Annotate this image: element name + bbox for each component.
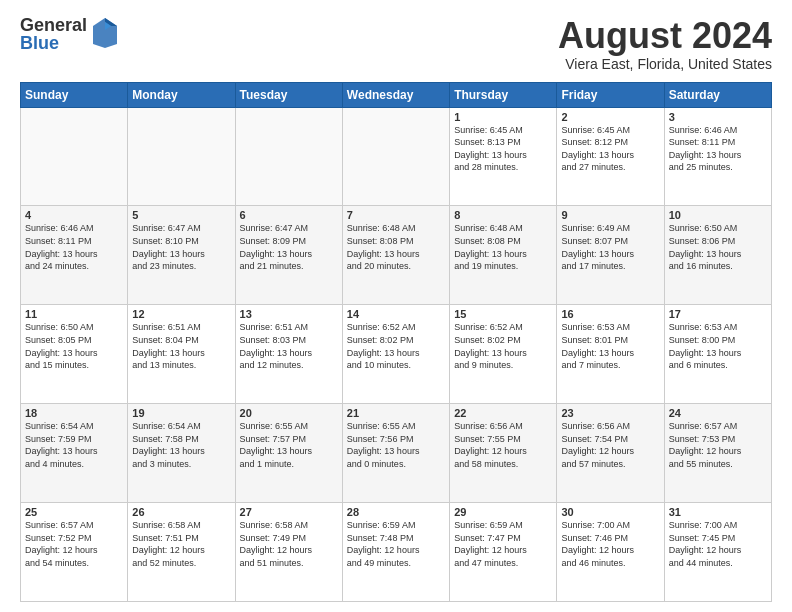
day-info: Sunrise: 6:51 AM Sunset: 8:04 PM Dayligh… [132,321,230,371]
day-number: 30 [561,506,659,518]
day-number: 28 [347,506,445,518]
table-row: 22Sunrise: 6:56 AM Sunset: 7:55 PM Dayli… [450,404,557,503]
table-row: 6Sunrise: 6:47 AM Sunset: 8:09 PM Daylig… [235,206,342,305]
table-row: 24Sunrise: 6:57 AM Sunset: 7:53 PM Dayli… [664,404,771,503]
col-sunday: Sunday [21,82,128,107]
day-info: Sunrise: 6:59 AM Sunset: 7:48 PM Dayligh… [347,519,445,569]
day-number: 31 [669,506,767,518]
table-row: 16Sunrise: 6:53 AM Sunset: 8:01 PM Dayli… [557,305,664,404]
day-info: Sunrise: 6:50 AM Sunset: 8:06 PM Dayligh… [669,222,767,272]
day-number: 21 [347,407,445,419]
day-number: 14 [347,308,445,320]
day-info: Sunrise: 6:59 AM Sunset: 7:47 PM Dayligh… [454,519,552,569]
day-number: 25 [25,506,123,518]
table-row: 23Sunrise: 6:56 AM Sunset: 7:54 PM Dayli… [557,404,664,503]
table-row: 10Sunrise: 6:50 AM Sunset: 8:06 PM Dayli… [664,206,771,305]
table-row: 4Sunrise: 6:46 AM Sunset: 8:11 PM Daylig… [21,206,128,305]
day-number: 7 [347,209,445,221]
day-number: 10 [669,209,767,221]
day-info: Sunrise: 6:45 AM Sunset: 8:13 PM Dayligh… [454,124,552,174]
day-number: 20 [240,407,338,419]
table-row: 13Sunrise: 6:51 AM Sunset: 8:03 PM Dayli… [235,305,342,404]
table-row: 27Sunrise: 6:58 AM Sunset: 7:49 PM Dayli… [235,503,342,602]
day-info: Sunrise: 7:00 AM Sunset: 7:46 PM Dayligh… [561,519,659,569]
calendar-week-row: 4Sunrise: 6:46 AM Sunset: 8:11 PM Daylig… [21,206,772,305]
day-number: 15 [454,308,552,320]
day-number: 11 [25,308,123,320]
day-number: 5 [132,209,230,221]
day-info: Sunrise: 6:46 AM Sunset: 8:11 PM Dayligh… [25,222,123,272]
table-row: 21Sunrise: 6:55 AM Sunset: 7:56 PM Dayli… [342,404,449,503]
page: General Blue August 2024 Viera East, Flo… [0,0,792,612]
table-row: 26Sunrise: 6:58 AM Sunset: 7:51 PM Dayli… [128,503,235,602]
logo-blue: Blue [20,34,87,52]
logo-general: General [20,16,87,34]
day-info: Sunrise: 6:47 AM Sunset: 8:10 PM Dayligh… [132,222,230,272]
location: Viera East, Florida, United States [558,56,772,72]
table-row: 12Sunrise: 6:51 AM Sunset: 8:04 PM Dayli… [128,305,235,404]
day-info: Sunrise: 6:54 AM Sunset: 7:58 PM Dayligh… [132,420,230,470]
table-row: 25Sunrise: 6:57 AM Sunset: 7:52 PM Dayli… [21,503,128,602]
day-info: Sunrise: 6:48 AM Sunset: 8:08 PM Dayligh… [454,222,552,272]
table-row: 3Sunrise: 6:46 AM Sunset: 8:11 PM Daylig… [664,107,771,206]
table-row: 1Sunrise: 6:45 AM Sunset: 8:13 PM Daylig… [450,107,557,206]
day-number: 3 [669,111,767,123]
table-row: 17Sunrise: 6:53 AM Sunset: 8:00 PM Dayli… [664,305,771,404]
day-info: Sunrise: 6:58 AM Sunset: 7:49 PM Dayligh… [240,519,338,569]
day-number: 9 [561,209,659,221]
day-number: 18 [25,407,123,419]
table-row: 31Sunrise: 7:00 AM Sunset: 7:45 PM Dayli… [664,503,771,602]
day-number: 27 [240,506,338,518]
day-number: 16 [561,308,659,320]
header: General Blue August 2024 Viera East, Flo… [20,16,772,72]
logo: General Blue [20,16,119,52]
day-info: Sunrise: 6:58 AM Sunset: 7:51 PM Dayligh… [132,519,230,569]
day-info: Sunrise: 6:51 AM Sunset: 8:03 PM Dayligh… [240,321,338,371]
title-block: August 2024 Viera East, Florida, United … [558,16,772,72]
col-tuesday: Tuesday [235,82,342,107]
table-row: 30Sunrise: 7:00 AM Sunset: 7:46 PM Dayli… [557,503,664,602]
day-info: Sunrise: 6:57 AM Sunset: 7:53 PM Dayligh… [669,420,767,470]
calendar-week-row: 18Sunrise: 6:54 AM Sunset: 7:59 PM Dayli… [21,404,772,503]
table-row: 2Sunrise: 6:45 AM Sunset: 8:12 PM Daylig… [557,107,664,206]
table-row [128,107,235,206]
day-number: 29 [454,506,552,518]
day-info: Sunrise: 6:52 AM Sunset: 8:02 PM Dayligh… [347,321,445,371]
table-row [21,107,128,206]
col-saturday: Saturday [664,82,771,107]
table-row [235,107,342,206]
day-number: 17 [669,308,767,320]
day-info: Sunrise: 6:52 AM Sunset: 8:02 PM Dayligh… [454,321,552,371]
day-info: Sunrise: 6:45 AM Sunset: 8:12 PM Dayligh… [561,124,659,174]
month-title: August 2024 [558,16,772,56]
day-number: 1 [454,111,552,123]
day-info: Sunrise: 6:53 AM Sunset: 8:01 PM Dayligh… [561,321,659,371]
table-row [342,107,449,206]
day-info: Sunrise: 6:46 AM Sunset: 8:11 PM Dayligh… [669,124,767,174]
table-row: 9Sunrise: 6:49 AM Sunset: 8:07 PM Daylig… [557,206,664,305]
table-row: 18Sunrise: 6:54 AM Sunset: 7:59 PM Dayli… [21,404,128,503]
day-info: Sunrise: 6:47 AM Sunset: 8:09 PM Dayligh… [240,222,338,272]
day-info: Sunrise: 6:50 AM Sunset: 8:05 PM Dayligh… [25,321,123,371]
day-number: 13 [240,308,338,320]
col-monday: Monday [128,82,235,107]
day-number: 19 [132,407,230,419]
calendar-week-row: 11Sunrise: 6:50 AM Sunset: 8:05 PM Dayli… [21,305,772,404]
calendar-header-row: Sunday Monday Tuesday Wednesday Thursday… [21,82,772,107]
table-row: 15Sunrise: 6:52 AM Sunset: 8:02 PM Dayli… [450,305,557,404]
day-number: 12 [132,308,230,320]
day-number: 23 [561,407,659,419]
day-info: Sunrise: 7:00 AM Sunset: 7:45 PM Dayligh… [669,519,767,569]
table-row: 20Sunrise: 6:55 AM Sunset: 7:57 PM Dayli… [235,404,342,503]
calendar-table: Sunday Monday Tuesday Wednesday Thursday… [20,82,772,602]
calendar-week-row: 1Sunrise: 6:45 AM Sunset: 8:13 PM Daylig… [21,107,772,206]
day-info: Sunrise: 6:49 AM Sunset: 8:07 PM Dayligh… [561,222,659,272]
table-row: 7Sunrise: 6:48 AM Sunset: 8:08 PM Daylig… [342,206,449,305]
col-wednesday: Wednesday [342,82,449,107]
day-info: Sunrise: 6:56 AM Sunset: 7:54 PM Dayligh… [561,420,659,470]
table-row: 14Sunrise: 6:52 AM Sunset: 8:02 PM Dayli… [342,305,449,404]
day-info: Sunrise: 6:53 AM Sunset: 8:00 PM Dayligh… [669,321,767,371]
day-number: 4 [25,209,123,221]
day-number: 22 [454,407,552,419]
table-row: 5Sunrise: 6:47 AM Sunset: 8:10 PM Daylig… [128,206,235,305]
